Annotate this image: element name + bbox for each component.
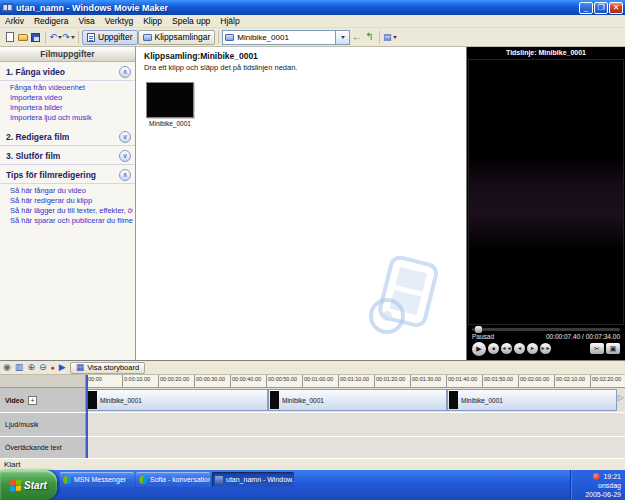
audio-track-content[interactable] (86, 413, 625, 436)
link-import-video[interactable]: Importera video (10, 93, 133, 103)
taskbar-button-conversation[interactable]: Sofia - konversation (136, 472, 210, 487)
link-import-pictures[interactable]: Importera bilder (10, 103, 133, 113)
playback-status-row: Pausad 00:00:07.40 / 00:07:34.00 (467, 332, 625, 341)
playback-time: 00:00:07.40 / 00:07:34.00 (546, 333, 620, 340)
toolbar-separator (379, 31, 380, 44)
close-button[interactable]: ✕ (609, 2, 623, 14)
show-storyboard-button[interactable]: ▦ Visa storyboard (70, 362, 146, 374)
timeline-clip[interactable]: Minibike_0001 (86, 389, 268, 411)
collection-combobox[interactable]: Minibike_0001 (222, 30, 350, 45)
take-picture-button[interactable]: ▣ (606, 343, 620, 354)
section-editing-tips[interactable]: Tips för filmredigering ∧ (0, 165, 135, 184)
menu-redigera[interactable]: Redigera (29, 16, 74, 26)
preview-monitor-pane: Tidslinje: Minibike_0001 Pausad 00:00:07… (467, 47, 625, 360)
back-icon[interactable]: ← (350, 30, 363, 44)
windows-taskbar: Start MSN Messenger Sofia - konversation… (0, 470, 625, 500)
maximize-button[interactable]: ❐ (594, 2, 608, 14)
section-capture-video[interactable]: 1. Fånga video ∧ (0, 62, 135, 81)
start-button[interactable]: Start (0, 470, 57, 500)
taskbar-button-moviemaker[interactable]: utan_namn - Window... (212, 472, 294, 487)
back-button[interactable]: ◄ (514, 343, 525, 354)
link-how-edit-clips[interactable]: Så här redigerar du klipp (10, 196, 133, 206)
audio-levels-icon[interactable]: ▥ (15, 363, 24, 372)
views-icon[interactable]: ▤ (383, 30, 396, 44)
collapse-chevron-icon[interactable]: ∧ (119, 169, 131, 181)
section-finish-movie[interactable]: 3. Slutför film ∨ (0, 146, 135, 165)
collapse-chevron-icon[interactable]: ∧ (119, 66, 131, 78)
status-bar: Klart (0, 458, 625, 470)
preview-title: Tidslinje: Minibike_0001 (467, 47, 625, 59)
link-capture-from-device[interactable]: Fånga från videoenhet (10, 83, 133, 93)
undo-icon[interactable]: ↶ (49, 30, 62, 44)
start-label: Start (24, 480, 47, 491)
ruler-tick: 00:00:20.00 (158, 375, 194, 387)
link-how-save-publish[interactable]: Så här sparar och publicerar du filmer (10, 216, 133, 226)
menu-bar: Arkiv Redigera Visa Verktyg Klipp Spela … (0, 15, 625, 28)
menu-visa[interactable]: Visa (73, 16, 99, 26)
zoom-in-icon[interactable]: ⊕ (27, 363, 35, 372)
seek-handle[interactable] (475, 326, 482, 333)
preview-tools: ✂ ▣ (590, 343, 620, 354)
timeline-grid: 00:00 0:00:10.00 00:00:20.00 00:00:30.00… (0, 375, 625, 458)
expand-chevron-icon[interactable]: ∨ (119, 150, 131, 162)
menu-spela-upp[interactable]: Spela upp (167, 16, 215, 26)
taskbar-button-msn[interactable]: MSN Messenger (60, 472, 134, 487)
timeline-section: ◉ ▥ ⊕ ⊖ ● ▶ ▦ Visa storyboard 00:00 0:00… (0, 360, 625, 458)
record-icon[interactable]: ● (50, 364, 54, 371)
seek-bar[interactable] (472, 328, 620, 331)
previous-frame-button[interactable]: ◄◄ (501, 343, 512, 354)
menu-hjalp[interactable]: Hjälp (215, 16, 244, 26)
play-button[interactable]: ▶ (472, 342, 486, 356)
play-timeline-icon[interactable]: ▶ (59, 363, 66, 372)
next-frame-button[interactable]: ►► (540, 343, 551, 354)
window-title: utan_namn - Windows Movie Maker (16, 3, 578, 13)
save-project-icon[interactable] (29, 30, 42, 44)
tray-icon[interactable] (593, 473, 600, 480)
ruler-tick: 00:01:30.00 (410, 375, 446, 387)
clock-time: 19:21 (603, 472, 621, 481)
collection-hint: Dra ett klipp och släpp det på tidslinje… (144, 63, 458, 72)
link-import-audio[interactable]: Importera ljud och musik (10, 113, 133, 123)
link-how-titles-effects[interactable]: Så här lägger du till texter, effekter, … (10, 206, 133, 216)
combo-dropdown-button[interactable] (335, 31, 349, 44)
new-project-icon[interactable] (3, 30, 16, 44)
overlay-track-content[interactable] (86, 437, 625, 458)
link-how-capture[interactable]: Så här fångar du video (10, 186, 133, 196)
moviemaker-icon (215, 476, 223, 484)
stop-button[interactable]: ■ (488, 343, 499, 354)
ruler-tick: 00:02:00.00 (518, 375, 554, 387)
scroll-right-icon[interactable]: ▷ (618, 394, 624, 402)
minimize-button[interactable]: _ (579, 2, 593, 14)
timeline-ruler[interactable]: 00:00 0:00:10.00 00:00:20.00 00:00:30.00… (0, 375, 625, 388)
windows-flag-icon (10, 479, 21, 491)
tasks-toggle-button[interactable]: Uppgifter (82, 30, 138, 45)
zoom-out-icon[interactable]: ⊖ (39, 363, 47, 372)
narrate-timeline-icon[interactable]: ◉ (3, 363, 11, 372)
up-level-icon[interactable]: ↰ (363, 30, 376, 44)
expand-track-icon[interactable]: + (28, 396, 37, 405)
timeline-clip[interactable]: Minibike_0001 (268, 389, 447, 411)
main-toolbar: ↶ ↷ Uppgifter Klippsamlingar Minibike_00… (0, 28, 625, 47)
open-project-icon[interactable] (16, 30, 29, 44)
menu-klipp[interactable]: Klipp (138, 16, 167, 26)
clip-thumbnail[interactable] (146, 82, 194, 118)
menu-arkiv[interactable]: Arkiv (0, 16, 29, 26)
ruler-tick: 00:01:40.00 (446, 375, 482, 387)
playhead[interactable] (86, 375, 88, 458)
split-clip-button[interactable]: ✂ (590, 343, 604, 354)
forward-button[interactable]: ► (527, 343, 538, 354)
toolbar-separator (78, 31, 79, 44)
video-track-label: Video + (0, 388, 86, 412)
capture-links: Fånga från videoenhet Importera video Im… (0, 81, 135, 127)
collections-toggle-button[interactable]: Klippsamlingar (138, 30, 216, 45)
timeline-clip[interactable]: Minibike_0001 (447, 389, 617, 411)
video-track-content[interactable]: Minibike_0001 Minibike_0001 Minibike_000… (86, 388, 625, 412)
playback-state: Pausad (472, 333, 494, 340)
menu-verktyg[interactable]: Verktyg (100, 16, 138, 26)
expand-chevron-icon[interactable]: ∨ (119, 131, 131, 143)
audio-track-label: Ljud/musik (0, 413, 86, 436)
collection-title: Klippsamling:Minibike_0001 (144, 51, 458, 61)
clip-item[interactable]: Minibike_0001 (144, 82, 196, 127)
section-edit-movie[interactable]: 2. Redigera film ∨ (0, 127, 135, 146)
redo-icon[interactable]: ↷ (62, 30, 75, 44)
